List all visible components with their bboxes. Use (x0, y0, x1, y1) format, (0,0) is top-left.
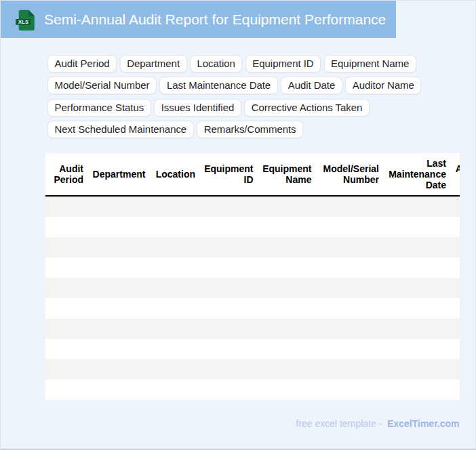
svg-text:XLS: XLS (18, 19, 28, 25)
